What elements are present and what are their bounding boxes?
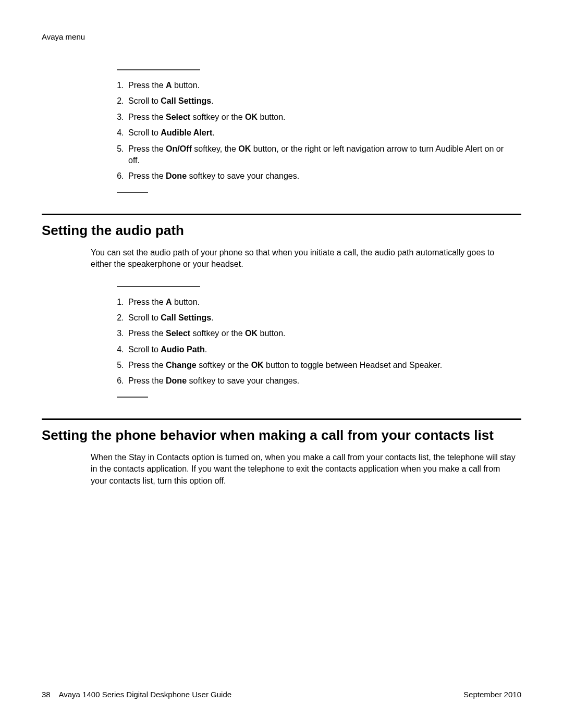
step: Press the A button. (126, 297, 516, 308)
section-title-phone-behavior: Setting the phone behavior when making a… (42, 427, 521, 443)
step: Press the Done softkey to save your chan… (126, 375, 516, 387)
procedure-2: Press the A button. Scroll to Call Setti… (117, 286, 516, 398)
procedure-1: Press the A button. Scroll to Call Setti… (117, 69, 516, 193)
step: Press the Select softkey or the OK butto… (126, 112, 516, 123)
rule-open-2 (117, 286, 200, 287)
step: Scroll to Call Settings. (126, 312, 516, 324)
page-number: 38 (42, 690, 51, 699)
rule-close-2 (117, 397, 148, 398)
step: Scroll to Call Settings. (126, 95, 516, 107)
page-footer: 38 Avaya 1400 Series Digital Deskphone U… (42, 690, 521, 699)
step: Scroll to Audible Alert. (126, 127, 516, 139)
intro-phone-behavior: When the Stay in Contacts option is turn… (91, 452, 516, 487)
section-rule-3 (42, 418, 521, 420)
footer-title: Avaya 1400 Series Digital Deskphone User… (59, 690, 232, 699)
steps-list-2: Press the A button. Scroll to Call Setti… (117, 297, 516, 387)
rule-open-1 (117, 69, 200, 70)
step: Press the Select softkey or the OK butto… (126, 328, 516, 339)
intro-audio-path: You can set the audio path of your phone… (91, 247, 516, 270)
running-head: Avaya menu (42, 32, 521, 41)
step: Press the A button. (126, 80, 516, 91)
footer-date: September 2010 (463, 690, 521, 699)
step: Press the Done softkey to save your chan… (126, 170, 516, 182)
step: Press the On/Off softkey, the OK button,… (126, 143, 516, 167)
step: Press the Change softkey or the OK butto… (126, 360, 516, 371)
section-rule-2 (42, 214, 521, 215)
footer-left: 38 Avaya 1400 Series Digital Deskphone U… (42, 690, 231, 699)
step: Scroll to Audio Path. (126, 344, 516, 355)
steps-list-1: Press the A button. Scroll to Call Setti… (117, 80, 516, 182)
rule-close-1 (117, 192, 148, 193)
section-title-audio-path: Setting the audio path (42, 223, 521, 239)
